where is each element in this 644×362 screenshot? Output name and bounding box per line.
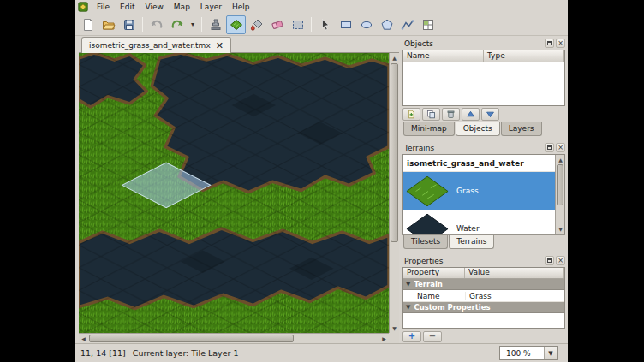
horizontal-scroll-thumb[interactable]	[89, 335, 294, 342]
stamp-brush-tool-button[interactable]	[206, 15, 225, 34]
map-canvas-area: ▲ ▼ ◀ ▶	[79, 53, 399, 343]
app-icon	[78, 2, 88, 12]
insert-tile-tool-button[interactable]	[418, 15, 438, 34]
terrain-group-row[interactable]: ▼ Terrain	[403, 279, 564, 290]
insert-polygon-tool-button[interactable]	[377, 15, 397, 34]
chevron-down-icon: ▼	[406, 304, 410, 311]
menu-layer[interactable]: Layer	[195, 2, 227, 12]
value-column-header[interactable]: Value	[465, 268, 564, 278]
objects-column-type[interactable]: Type	[484, 50, 564, 62]
close-dock-button[interactable]: ×	[556, 39, 565, 48]
property-row-name[interactable]: Name Grass	[403, 290, 564, 302]
menu-file[interactable]: File	[92, 2, 115, 12]
properties-toolbar: + −	[402, 329, 565, 343]
remove-object-button[interactable]	[442, 108, 460, 121]
stamp-icon	[209, 18, 223, 32]
move-object-up-button[interactable]	[462, 108, 480, 121]
chevron-down-icon: ▼	[406, 281, 410, 288]
close-dock-button[interactable]: ×	[556, 256, 565, 265]
menu-map[interactable]: Map	[169, 2, 195, 12]
rectangular-select-tool-button[interactable]	[288, 15, 307, 34]
scroll-down-icon[interactable]: ▼	[390, 323, 399, 333]
float-icon	[547, 258, 552, 263]
insert-rectangle-tool-button[interactable]	[336, 15, 355, 34]
tab-layers[interactable]: Layers	[501, 122, 542, 136]
open-button[interactable]	[98, 15, 118, 34]
scroll-left-icon[interactable]: ◀	[79, 334, 88, 343]
current-layer-info: Current layer: Tile Layer 1	[133, 348, 239, 358]
select-objects-tool-button[interactable]	[315, 15, 335, 34]
selection-rectangle-icon	[291, 18, 305, 32]
history-dropdown-button[interactable]: ▾	[188, 15, 198, 34]
toolbar-separator	[142, 17, 143, 32]
scroll-up-icon[interactable]: ▲	[556, 155, 565, 164]
terrains-list: isometric_grass_and_water Grass Wat	[402, 154, 565, 234]
redo-button[interactable]	[167, 15, 187, 34]
terrains-dock-title: Terrains	[402, 144, 543, 152]
terrain-item-water[interactable]: Water	[403, 210, 564, 234]
remove-property-button[interactable]: −	[423, 331, 442, 342]
undo-button[interactable]	[146, 15, 166, 34]
objects-dock-title: Objects	[402, 39, 543, 48]
terrains-scrollbar[interactable]: ▲ ▼	[555, 155, 564, 234]
zoom-dropdown-icon[interactable]: ▼	[544, 347, 557, 359]
screen: File Edit View Map Layer Help	[0, 0, 644, 362]
terrains-tileset-row[interactable]: isometric_grass_and_water	[403, 155, 564, 172]
save-button[interactable]	[119, 15, 139, 34]
document-tab-label: isometric_grass_and_water.tmx	[89, 41, 211, 50]
custom-properties-group-row[interactable]: ▼ Custom Properties	[403, 302, 564, 313]
map-canvas[interactable]	[79, 53, 389, 333]
group-label: Terrain	[414, 280, 443, 288]
tab-objects[interactable]: Objects	[456, 122, 500, 136]
add-property-button[interactable]: +	[402, 331, 421, 342]
terrain-label: Grass	[456, 187, 479, 195]
canvas-horizontal-scrollbar[interactable]: ◀ ▶	[79, 333, 389, 343]
vertical-scroll-thumb[interactable]	[391, 63, 398, 242]
tab-mini-map[interactable]: Mini-map	[403, 122, 455, 136]
insert-ellipse-tool-button[interactable]	[356, 15, 376, 34]
group-label: Custom Properties	[414, 303, 490, 312]
menu-view[interactable]: View	[140, 2, 169, 12]
document-tab[interactable]: isometric_grass_and_water.tmx ✕	[81, 37, 231, 53]
tab-tilesets[interactable]: Tilesets	[403, 234, 448, 249]
new-map-button[interactable]	[78, 15, 98, 34]
terrains-scroll-thumb[interactable]	[557, 164, 564, 205]
add-object-button[interactable]	[402, 108, 420, 121]
zoom-control[interactable]: 100 % ▼	[499, 346, 558, 360]
insert-polyline-tool-button[interactable]	[397, 15, 417, 34]
water-tile-thumbnail	[406, 213, 449, 235]
map-editor-column: isometric_grass_and_water.tmx ✕	[79, 36, 399, 343]
float-dock-button[interactable]	[545, 256, 554, 265]
scroll-up-icon[interactable]: ▲	[390, 53, 399, 62]
objects-list-empty[interactable]	[403, 62, 564, 105]
float-icon	[547, 41, 552, 45]
menu-edit[interactable]: Edit	[115, 2, 140, 12]
grass-tile-thumbnail	[406, 175, 449, 207]
scroll-right-icon[interactable]: ▶	[379, 334, 389, 343]
property-column-header[interactable]: Property	[403, 268, 465, 278]
bucket-fill-tool-button[interactable]	[247, 15, 266, 34]
floppy-icon	[122, 18, 136, 32]
duplicate-object-button[interactable]	[422, 108, 440, 121]
tab-close-icon[interactable]: ✕	[216, 41, 224, 50]
float-dock-button[interactable]	[545, 39, 554, 48]
float-dock-button[interactable]	[545, 143, 554, 152]
close-dock-button[interactable]: ×	[556, 143, 565, 152]
property-value[interactable]: Grass	[465, 292, 564, 300]
float-icon	[547, 145, 552, 150]
scroll-down-icon[interactable]: ▼	[556, 224, 565, 234]
tab-terrains[interactable]: Terrains	[449, 234, 494, 249]
eraser-tool-button[interactable]	[267, 15, 287, 34]
properties-dock-title: Properties	[402, 257, 543, 265]
terrain-item-grass[interactable]: Grass	[403, 172, 564, 210]
bucket-icon	[250, 18, 264, 32]
menu-help[interactable]: Help	[227, 2, 255, 12]
canvas-vertical-scrollbar[interactable]: ▲ ▼	[389, 53, 399, 333]
move-object-down-button[interactable]	[481, 108, 499, 121]
toolbar-separator	[201, 17, 202, 32]
objects-dock-header: Objects ×	[402, 37, 565, 50]
eraser-icon	[271, 18, 284, 32]
arrow-up-icon	[466, 110, 475, 119]
objects-column-name[interactable]: Name	[403, 50, 484, 62]
terrain-brush-tool-button[interactable]	[226, 15, 246, 34]
